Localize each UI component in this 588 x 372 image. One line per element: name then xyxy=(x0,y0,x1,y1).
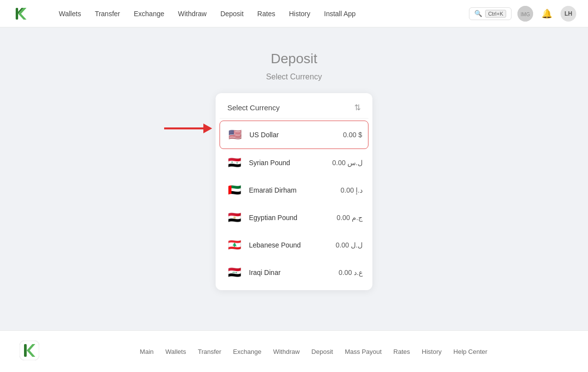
nav-wallets[interactable]: Wallets xyxy=(53,7,87,21)
currency-item-usd[interactable]: 🇺🇸 US Dollar $ 0.00 xyxy=(220,121,368,149)
footer-logo[interactable] xyxy=(20,341,39,362)
currency-amount-iqd: ع.د 0.00 xyxy=(339,269,363,276)
nav-rates[interactable]: Rates xyxy=(251,7,281,21)
logo[interactable] xyxy=(12,5,29,23)
sort-icon[interactable]: ⇅ xyxy=(354,103,361,112)
currency-amount-egp: ج.م 0.00 xyxy=(337,214,363,222)
nav-withdraw[interactable]: Withdraw xyxy=(172,7,212,21)
nav-history[interactable]: History xyxy=(283,7,317,21)
nav-install-app[interactable]: Install App xyxy=(318,7,362,21)
svg-text:IMG: IMG xyxy=(521,12,530,17)
currency-item-lbp[interactable]: 🇱🇧 Lebanese Pound ل.ل 0.00 xyxy=(220,231,368,259)
currency-name-usd: US Dollar xyxy=(249,131,337,139)
svg-rect-1 xyxy=(16,8,18,20)
currency-amount-usd: $ 0.00 xyxy=(343,131,362,139)
currency-name-syp: Syrian Pound xyxy=(249,159,326,167)
footer-links: Main Wallets Transfer Exchange Withdraw … xyxy=(59,348,568,355)
flag-usd: 🇺🇸 xyxy=(226,126,244,144)
currency-amount-syp: ل.س 0.00 xyxy=(332,159,363,167)
avatar[interactable]: IMG xyxy=(517,6,533,22)
footer-link-transfer[interactable]: Transfer xyxy=(198,348,221,355)
currency-item-syp[interactable]: 🇸🇾 Syrian Pound ل.س 0.00 xyxy=(220,149,368,176)
section-subtitle: Select Currency xyxy=(266,73,322,81)
search-icon: 🔍 xyxy=(474,10,482,17)
footer-link-deposit[interactable]: Deposit xyxy=(312,348,333,355)
footer-link-withdraw[interactable]: Withdraw xyxy=(273,348,299,355)
footer-link-main[interactable]: Main xyxy=(140,348,153,355)
dropdown-header: Select Currency ⇅ xyxy=(220,97,368,119)
main-nav: Wallets Transfer Exchange Withdraw Depos… xyxy=(53,7,453,21)
currency-name-egp: Egyptian Pound xyxy=(249,214,331,222)
currency-dropdown-wrapper: Select Currency ⇅ 🇺🇸 US Dollar $ 0.00 🇸🇾… xyxy=(216,93,372,290)
main-content: Deposit Select Currency Select Currency … xyxy=(0,27,588,330)
nav-transfer[interactable]: Transfer xyxy=(89,7,126,21)
pointer-arrow xyxy=(164,124,212,133)
header-actions: 🔍 Ctrl+K IMG 🔔 LH xyxy=(469,6,576,22)
page-title: Deposit xyxy=(271,51,318,67)
notification-bell-icon[interactable]: 🔔 xyxy=(539,6,555,22)
nav-exchange[interactable]: Exchange xyxy=(128,7,170,21)
flag-syp: 🇸🇾 xyxy=(225,154,243,172)
flag-egp: 🇪🇬 xyxy=(225,209,243,226)
currency-name-lbp: Lebanese Pound xyxy=(249,241,330,249)
footer-link-exchange[interactable]: Exchange xyxy=(233,348,262,355)
flag-lbp: 🇱🇧 xyxy=(225,236,243,254)
search-shortcut: Ctrl+K xyxy=(485,10,506,18)
currency-name-aed: Emarati Dirham xyxy=(249,186,335,194)
currency-amount-aed: د.إ 0.00 xyxy=(341,186,363,194)
header: Wallets Transfer Exchange Withdraw Depos… xyxy=(0,0,588,27)
footer-link-wallets[interactable]: Wallets xyxy=(166,348,186,355)
currency-item-egp[interactable]: 🇪🇬 Egyptian Pound ج.م 0.00 xyxy=(220,204,368,231)
user-initials[interactable]: LH xyxy=(561,6,576,22)
footer-link-mass-payout[interactable]: Mass Payout xyxy=(345,348,382,355)
flag-aed: 🇦🇪 xyxy=(225,181,243,199)
currency-item-iqd[interactable]: 🇮🇶 Iraqi Dinar ع.د 0.00 xyxy=(220,259,368,286)
svg-rect-7 xyxy=(24,344,27,357)
footer: Main Wallets Transfer Exchange Withdraw … xyxy=(0,330,588,372)
footer-link-rates[interactable]: Rates xyxy=(393,348,410,355)
footer-link-history[interactable]: History xyxy=(422,348,441,355)
footer-link-help-center[interactable]: Help Center xyxy=(453,348,487,355)
search-button[interactable]: 🔍 Ctrl+K xyxy=(469,7,512,20)
currency-item-aed[interactable]: 🇦🇪 Emarati Dirham د.إ 0.00 xyxy=(220,176,368,204)
currency-dropdown: Select Currency ⇅ 🇺🇸 US Dollar $ 0.00 🇸🇾… xyxy=(216,93,372,290)
nav-deposit[interactable]: Deposit xyxy=(215,7,249,21)
currency-amount-lbp: ل.ل 0.00 xyxy=(336,241,363,249)
currency-name-iqd: Iraqi Dinar xyxy=(249,269,333,276)
dropdown-label: Select Currency xyxy=(227,103,280,112)
flag-iqd: 🇮🇶 xyxy=(225,264,243,281)
